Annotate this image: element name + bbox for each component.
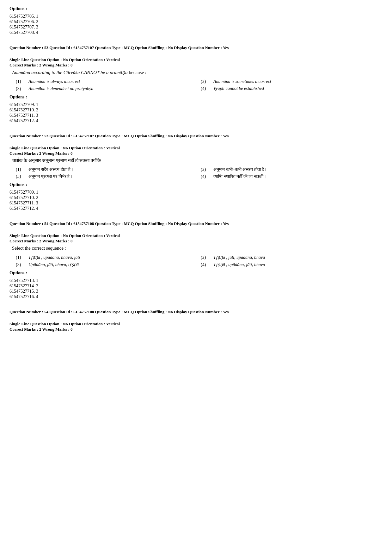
options-list: 61547527709. 1 61547527710. 2 6154752771… <box>9 190 383 211</box>
answer-options-grid: (1) Tṛṣṇā , upādāna, bhava, jāti (2) Tṛṣ… <box>16 255 383 267</box>
options-label: Options : <box>9 95 383 100</box>
initial-options-section: Options : 61547527705. 1 61547527706. 2 … <box>9 6 383 35</box>
pramana-text: pramāṇa <box>110 70 128 75</box>
question-meta-line1: Question Number : 53 Question Id : 61547… <box>9 45 383 51</box>
option-text: Anumāna is sometimes incorrect <box>213 79 271 84</box>
option-item: 61547527711. 3 <box>9 201 383 206</box>
answer-option-row: (2) अनुमान कभी–कभी असरय होता है। <box>201 167 383 172</box>
question-q54-hi-meta: Question Number : 54 Question Id : 61547… <box>9 309 383 332</box>
answer-option-row: (3) Anumāna is dependent on pratyakṣa <box>16 86 198 91</box>
options-list: 61547527709. 1 61547527710. 2 6154752771… <box>9 102 383 123</box>
option-num: (3) <box>16 86 25 91</box>
question-text: Select the correct sequence : <box>12 246 383 251</box>
answer-option-row: (1) अनुमान सदैव असत्य होता है। <box>16 167 198 172</box>
question-text-italic: Anumāna <box>12 70 30 75</box>
answer-option-row: (4) Tṛṣṇā , upādāna, jāti, bhava <box>201 262 383 267</box>
question-meta-line2: Single Line Question Option : No Option … <box>9 321 383 327</box>
options-list: 61547527713. 1 61547527714. 2 6154752771… <box>9 278 383 299</box>
option-item: 61547527710. 2 <box>9 108 383 113</box>
question-q53-en: Question Number : 53 Question Id : 61547… <box>9 45 383 123</box>
option-num: (2) <box>201 167 210 172</box>
options-label: Options : <box>9 271 383 276</box>
correct-marks: Correct Marks : 2 Wrong Marks : 0 <box>9 327 383 332</box>
answer-option-row: (3) अनुमान प्रत्यक्ष पर निर्भर है। <box>16 174 198 179</box>
option-num: (1) <box>16 167 25 172</box>
option-num: (4) <box>201 174 210 179</box>
question-meta-line1: Question Number : 54 Question Id : 61547… <box>9 309 383 315</box>
answer-option-row: (3) Upādāna, jāti, bhava, tṛṣṇā <box>16 262 198 267</box>
answer-option-row: (1) Anumāna is always incorrect <box>16 79 198 84</box>
option-text: Anumāna is dependent on pratyakṣa <box>28 86 93 91</box>
option-text: Tṛṣṇā , jāti, upādāna, bhava <box>213 255 265 260</box>
option-num: (2) <box>201 79 210 84</box>
question-meta-line1: Question Number : 54 Question Id : 61547… <box>9 221 383 227</box>
option-item: 61547527709. 1 <box>9 102 383 107</box>
answer-option-row: (4) व्याप्ति स्थापित नहीं की जा सकती। <box>201 174 383 179</box>
option-text: Anumāna is always incorrect <box>28 79 80 84</box>
option-text: Tṛṣṇā , upādāna, bhava, jāti <box>28 255 80 260</box>
answer-option-row: (1) Tṛṣṇā , upādāna, bhava, jāti <box>16 255 198 260</box>
option-item: 61547527708. 4 <box>9 30 383 35</box>
option-text: Vyāpti cannot be established <box>213 86 264 91</box>
option-text: अनुमान सदैव असत्य होता है। <box>28 167 73 172</box>
option-item: 61547527710. 2 <box>9 195 383 200</box>
question-meta-line1: Question Number : 53 Question Id : 61547… <box>9 133 383 139</box>
option-num: (4) <box>201 86 210 91</box>
option-num: (2) <box>201 255 210 260</box>
option-text: अनुमान कभी–कभी असरय होता है। <box>213 167 267 172</box>
option-num: (1) <box>16 255 25 260</box>
option-text: व्याप्ति स्थापित नहीं की जा सकती। <box>213 174 266 179</box>
option-item: 61547527712. 4 <box>9 206 383 211</box>
answer-option-row: (2) Tṛṣṇā , jāti, upādāna, bhava <box>201 255 383 260</box>
option-num: (3) <box>16 174 25 179</box>
because-text: because : <box>128 70 146 75</box>
option-item: 61547527714. 2 <box>9 284 383 289</box>
answer-options-grid: (1) अनुमान सदैव असत्य होता है। (2) अनुमा… <box>16 167 383 179</box>
option-item: 61547527716. 4 <box>9 294 383 299</box>
correct-marks: Correct Marks : 2 Wrong Marks : 0 <box>9 151 383 156</box>
question-meta-line2: Single Line Question Option : No Option … <box>9 145 383 151</box>
option-text: अनुमान प्रत्यक्ष पर निर्भर है। <box>28 174 72 179</box>
answer-option-row: (4) Vyāpti cannot be established <box>201 86 383 91</box>
options-label-0: Options : <box>9 6 383 11</box>
question-meta-line2: Single Line Question Option : No Option … <box>9 57 383 63</box>
correct-marks: Correct Marks : 2 Wrong Marks : 0 <box>9 239 383 244</box>
question-meta-line2: Single Line Question Option : No Option … <box>9 233 383 239</box>
option-text: Tṛṣṇā , upādāna, jāti, bhava <box>213 262 265 267</box>
option-item: 61547527715. 3 <box>9 289 383 294</box>
option-item: 61547527709. 1 <box>9 190 383 195</box>
option-num: (3) <box>16 262 25 267</box>
option-item: 61547527712. 4 <box>9 118 383 123</box>
option-item: 61547527705. 1 <box>9 14 383 19</box>
option-item: 61547527707. 3 <box>9 25 383 30</box>
question-q53-hi: Question Number : 53 Question Id : 61547… <box>9 133 383 211</box>
question-text: Anumāna according to the Cārvāka CANNOT … <box>12 70 383 75</box>
option-item: 61547527706. 2 <box>9 19 383 24</box>
question-q54-en: Question Number : 54 Question Id : 61547… <box>9 221 383 299</box>
option-item: 61547527713. 1 <box>9 278 383 283</box>
option-num: (1) <box>16 79 25 84</box>
answer-option-row: (2) Anumāna is sometimes incorrect <box>201 79 383 84</box>
option-num: (4) <box>201 262 210 267</box>
options-list-0: 61547527705. 1 61547527706. 2 6154752770… <box>9 14 383 35</box>
option-item: 61547527711. 3 <box>9 113 383 118</box>
question-text: चार्वाक के अनुसार अनुमान प्रमाण नहीं हो … <box>12 158 383 163</box>
answer-options-grid: (1) Anumāna is always incorrect (2) Anum… <box>16 79 383 91</box>
correct-marks: Correct Marks : 2 Wrong Marks : 0 <box>9 63 383 68</box>
option-text: Upādāna, jāti, bhava, tṛṣṇā <box>28 262 79 267</box>
options-label: Options : <box>9 182 383 187</box>
